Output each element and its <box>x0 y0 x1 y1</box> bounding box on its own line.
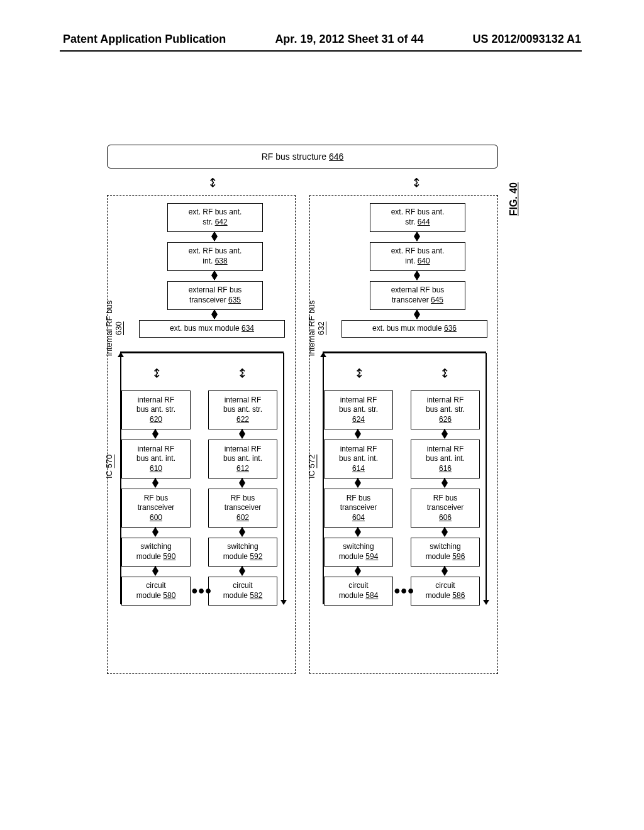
arrow-icon <box>444 528 445 536</box>
arrow-icon <box>155 429 156 438</box>
arrow-icon <box>444 479 445 487</box>
int-ant-str-622: internal RFbus ant. str.622 <box>208 390 277 429</box>
ext-rf-bus-ant-int-640: ext. RF bus ant.int. 640 <box>370 242 465 271</box>
ic-570-label: IC 570 <box>104 447 114 486</box>
int-ant-str-624: internal RFbus ant. str.624 <box>324 390 393 429</box>
switching-592: switchingmodule 592 <box>208 538 277 567</box>
rf-bus-xcvr-606: RF bustransceiver606 <box>411 489 480 528</box>
switching-590: switchingmodule 590 <box>121 538 191 567</box>
header-rule <box>60 50 582 52</box>
circuit-586: circuitmodule 586 <box>411 577 480 606</box>
int-ant-int-610: internal RFbus ant. int.610 <box>121 440 191 479</box>
rf-bus-xcvr-602: RF bustransceiver602 <box>208 489 277 528</box>
switching-594: switchingmodule 594 <box>324 538 393 567</box>
header-right: US 2012/0093132 A1 <box>473 33 581 46</box>
arrow-icon <box>283 353 284 604</box>
rf-link-icon: ↭ <box>150 368 165 379</box>
arrow-icon <box>242 528 243 536</box>
circuit-584: circuitmodule 584 <box>324 577 393 606</box>
diagram: FIG. 40 RF bus structure 646 ↭ ↭ interna… <box>107 145 497 667</box>
circuit-582: circuitmodule 582 <box>208 577 277 606</box>
arrow-icon <box>214 271 215 280</box>
arrow-icon <box>416 271 418 280</box>
arrow-icon <box>242 479 243 487</box>
ellipsis-icon: ●●● <box>191 584 212 597</box>
int-ant-int-616: internal RFbus ant. int.616 <box>411 440 480 479</box>
ext-rf-bus-ant-str-644: ext. RF bus ant.str. 644 <box>370 203 465 232</box>
switching-596: switchingmodule 596 <box>411 538 480 567</box>
arrow-icon <box>416 310 418 319</box>
arrow-icon <box>214 232 215 241</box>
rf-bus-ref: 646 <box>329 152 343 162</box>
circuit-580: circuitmodule 580 <box>121 577 191 606</box>
rf-bus-label: RF bus structure <box>262 152 326 162</box>
rf-link-left-icon: ↭ <box>206 177 221 188</box>
header-left: Patent Application Publication <box>63 33 226 46</box>
page-header: Patent Application Publication Apr. 19, … <box>0 33 644 46</box>
arrow-icon <box>357 479 358 487</box>
rf-link-right-icon: ↭ <box>409 177 425 188</box>
header-center: Apr. 19, 2012 Sheet 31 of 44 <box>275 33 423 46</box>
ic-570-box: internal RF bus 630 IC 570 ext. RF bus a… <box>107 195 296 674</box>
rf-bus-structure-box: RF bus structure 646 <box>107 145 498 169</box>
rf-bus-xcvr-600: RF bustransceiver600 <box>121 489 191 528</box>
int-ant-str-626: internal RFbus ant. str.626 <box>411 390 480 429</box>
arrow-icon <box>214 310 215 319</box>
ext-bus-mux-636: ext. bus mux module 636 <box>341 320 487 338</box>
int-ant-str-620: internal RFbus ant. str.620 <box>121 390 191 429</box>
ic-572-box: internal RF bus 632 IC 572 ext. RF bus a… <box>309 195 498 674</box>
rf-bus-xcvr-604: RF bustransceiver604 <box>324 489 393 528</box>
arrow-icon <box>155 528 156 536</box>
arrow-icon <box>242 567 243 575</box>
internal-bus-line <box>120 351 284 353</box>
arrow-icon <box>155 567 156 575</box>
arrow-icon <box>242 429 243 438</box>
arrow-icon <box>357 528 358 536</box>
ellipsis-icon: ●●● <box>394 584 414 597</box>
arrow-icon <box>357 429 358 438</box>
rf-link-icon: ↭ <box>352 368 367 379</box>
arrow-icon <box>357 567 358 575</box>
int-ant-int-614: internal RFbus ant. int.614 <box>324 440 393 479</box>
page: Patent Application Publication Apr. 19, … <box>0 0 644 830</box>
internal-bus-line <box>323 351 486 353</box>
arrow-icon <box>444 429 445 438</box>
ext-rf-bus-ant-str-642: ext. RF bus ant.str. 642 <box>167 203 263 232</box>
arrow-icon <box>444 567 445 575</box>
ic-572-label: IC 572 <box>307 447 316 486</box>
rf-link-icon: ↭ <box>438 368 453 379</box>
ext-rf-bus-ant-int-638: ext. RF bus ant.int. 638 <box>167 242 263 271</box>
arrow-icon <box>486 353 487 604</box>
rf-link-icon: ↭ <box>235 368 250 379</box>
int-ant-int-612: internal RFbus ant. int.612 <box>208 440 277 479</box>
ext-rf-bus-xcvr-635: external RF bustransceiver 635 <box>167 281 263 310</box>
figure-label: FIG. 40 <box>508 182 519 216</box>
ext-rf-bus-xcvr-645: external RF bustransceiver 645 <box>370 281 465 310</box>
arrow-icon <box>416 232 418 241</box>
ext-bus-mux-634: ext. bus mux module 634 <box>139 320 285 338</box>
arrow-icon <box>155 479 156 487</box>
